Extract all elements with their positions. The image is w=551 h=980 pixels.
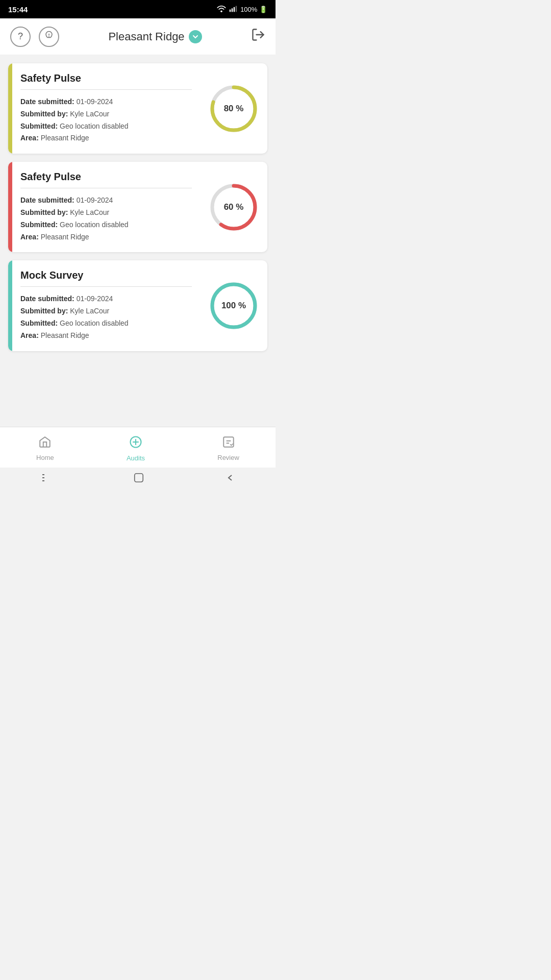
card-title: Safety Pulse xyxy=(20,72,192,84)
svg-point-5 xyxy=(49,37,49,37)
nav-item-audits[interactable]: Audits xyxy=(127,435,145,462)
alert-icon xyxy=(44,31,54,42)
card-2[interactable]: Safety Pulse Date submitted: 01-09-2024 … xyxy=(8,162,267,252)
donut-chart: 100 % xyxy=(208,280,259,331)
top-nav: ? Pleasant Ridge xyxy=(0,18,276,55)
dropdown-arrow-icon xyxy=(189,30,202,43)
help-button[interactable]: ? xyxy=(10,27,31,47)
donut-label: 60 % xyxy=(224,202,244,212)
status-icons: 100% 🔋 xyxy=(217,5,267,14)
logout-button[interactable] xyxy=(251,28,265,45)
donut-label: 80 % xyxy=(224,104,244,114)
audits-label: Audits xyxy=(127,454,145,462)
svg-rect-1 xyxy=(232,8,233,12)
review-icon xyxy=(222,435,235,452)
card-accent xyxy=(8,260,12,351)
help-icon: ? xyxy=(18,31,23,42)
donut-label: 100 % xyxy=(221,301,246,311)
card-accent xyxy=(8,63,12,154)
system-back-icon[interactable] xyxy=(226,473,235,485)
audits-icon xyxy=(129,435,143,452)
nav-item-home[interactable]: Home xyxy=(36,435,54,461)
signal-icon xyxy=(229,5,237,14)
card-info: Date submitted: 01-09-2024 Submitted by:… xyxy=(20,194,192,243)
alert-button[interactable] xyxy=(39,27,59,47)
review-label: Review xyxy=(217,454,239,461)
donut-chart: 60 % xyxy=(208,182,259,233)
home-label: Home xyxy=(36,454,54,461)
svg-rect-16 xyxy=(223,437,234,447)
card-body: Safety Pulse Date submitted: 01-09-2024 … xyxy=(12,63,200,154)
svg-rect-3 xyxy=(236,6,237,12)
card-title: Mock Survey xyxy=(20,270,192,281)
card-divider xyxy=(20,188,192,188)
status-time: 15:44 xyxy=(8,5,28,14)
card-1[interactable]: Safety Pulse Date submitted: 01-09-2024 … xyxy=(8,63,267,154)
cards-container: Safety Pulse Date submitted: 01-09-2024 … xyxy=(0,55,276,427)
card-3[interactable]: Mock Survey Date submitted: 01-09-2024 S… xyxy=(8,260,267,351)
card-accent xyxy=(8,162,12,252)
nav-item-review[interactable]: Review xyxy=(217,435,239,461)
status-bar: 15:44 100% 🔋 xyxy=(0,0,276,18)
svg-rect-20 xyxy=(135,473,143,482)
card-chart: 100 % xyxy=(200,260,267,351)
card-divider xyxy=(20,89,192,90)
card-info: Date submitted: 01-09-2024 Submitted by:… xyxy=(20,293,192,341)
card-info: Date submitted: 01-09-2024 Submitted by:… xyxy=(20,96,192,144)
bottom-nav: Home Audits Review xyxy=(0,427,276,468)
nav-left: ? xyxy=(10,27,59,47)
card-body: Safety Pulse Date submitted: 01-09-2024 … xyxy=(12,162,200,252)
svg-rect-2 xyxy=(234,7,235,12)
svg-rect-0 xyxy=(230,9,231,12)
card-chart: 60 % xyxy=(200,162,267,252)
wifi-icon xyxy=(217,5,226,14)
battery-icon: 100% 🔋 xyxy=(240,6,267,13)
home-icon xyxy=(38,435,52,452)
donut-chart: 80 % xyxy=(208,83,259,134)
system-home-icon[interactable] xyxy=(133,472,144,486)
system-menu-icon[interactable] xyxy=(41,473,52,485)
card-title: Safety Pulse xyxy=(20,171,192,183)
location-selector[interactable]: Pleasant Ridge xyxy=(108,30,202,43)
location-title: Pleasant Ridge xyxy=(108,30,184,43)
system-nav xyxy=(0,468,276,490)
card-divider xyxy=(20,286,192,287)
card-body: Mock Survey Date submitted: 01-09-2024 S… xyxy=(12,260,200,351)
card-chart: 80 % xyxy=(200,63,267,154)
